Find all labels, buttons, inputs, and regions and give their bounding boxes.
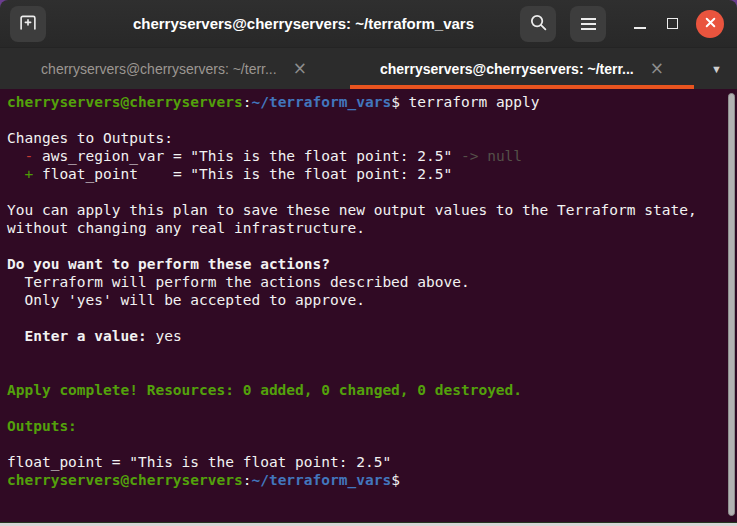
tab-1-label: cherryservers@cherryservers: ~/terr... [41, 61, 277, 77]
tab-1[interactable]: cherryservers@cherryservers: ~/terr... × [0, 48, 348, 89]
scrollbar-thumb[interactable] [728, 93, 735, 516]
terminal-line: cherryservers@cherryservers:~/terraform_… [7, 93, 723, 111]
chevron-down-icon: ▼ [711, 63, 722, 75]
minimize-button[interactable] [630, 12, 650, 36]
maximize-icon [667, 18, 678, 29]
terminal[interactable]: cherryservers@cherryservers:~/terraform_… [0, 89, 737, 522]
terminal-line [7, 435, 723, 453]
terminal-line: Changes to Outputs: [7, 129, 723, 147]
terminal-line: Apply complete! Resources: 0 added, 0 ch… [7, 381, 723, 399]
terminal-line: - aws_region_var = "This is the float po… [7, 147, 723, 165]
terminal-line [7, 363, 723, 381]
menu-button[interactable] [570, 6, 606, 42]
tab-2[interactable]: cherryservers@cherryservers: ~/terr... × [348, 48, 696, 89]
maximize-button[interactable] [662, 12, 682, 36]
tab-list-button[interactable]: ▼ [696, 48, 737, 89]
terminal-line: Terraform will perform the actions descr… [7, 273, 723, 291]
terminal-line [7, 183, 723, 201]
terminal-line: Outputs: [7, 417, 723, 435]
tab-2-close-icon[interactable]: × [650, 60, 664, 77]
terminal-line: Do you want to perform these actions? [7, 255, 723, 273]
new-tab-icon [18, 12, 38, 35]
terminal-line [7, 237, 723, 255]
close-button[interactable] [696, 10, 724, 38]
tab-bar: cherryservers@cherryservers: ~/terr... ×… [0, 47, 737, 89]
terminal-line [7, 345, 723, 363]
search-icon [529, 13, 548, 35]
new-tab-button[interactable] [10, 6, 46, 42]
titlebar: cherryservers@cherryservers: ~/terraform… [0, 0, 737, 47]
tab-1-close-icon[interactable]: × [293, 60, 307, 77]
terminal-line: without changing any real infrastructure… [7, 219, 723, 237]
window-bottom-edge [0, 522, 737, 526]
close-icon [704, 16, 717, 32]
titlebar-controls [520, 6, 724, 42]
window-title: cherryservers@cherryservers: ~/terraform… [90, 15, 517, 32]
terminal-line [7, 399, 723, 417]
search-button[interactable] [520, 6, 556, 42]
tab-2-label: cherryservers@cherryservers: ~/terr... [380, 61, 634, 77]
terminal-line: You can apply this plan to save these ne… [7, 201, 723, 219]
terminal-line: float_point = "This is the float point: … [7, 453, 723, 471]
terminal-line: + float_point = "This is the float point… [7, 165, 723, 183]
terminal-window: cherryservers@cherryservers: ~/terraform… [0, 0, 737, 526]
terminal-line: Only 'yes' will be accepted to approve. [7, 291, 723, 309]
minimize-icon [634, 27, 646, 29]
terminal-output: cherryservers@cherryservers:~/terraform_… [7, 93, 723, 489]
menu-icon [581, 18, 596, 30]
terminal-line: cherryservers@cherryservers:~/terraform_… [7, 471, 723, 489]
terminal-line [7, 309, 723, 327]
terminal-line [7, 111, 723, 129]
terminal-line: Enter a value: yes [7, 327, 723, 345]
